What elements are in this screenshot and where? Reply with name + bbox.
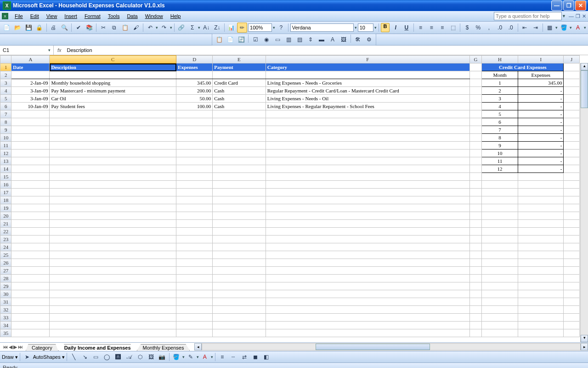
cell-description[interactable]: Pay Mastercard - minimum payment	[50, 87, 176, 95]
fill-color-icon[interactable]: 🪣	[559, 23, 569, 33]
cell-category[interactable]	[266, 126, 469, 134]
cc-month[interactable]: 8	[482, 134, 518, 142]
font-color-draw-drop-icon[interactable]: ▾	[211, 355, 213, 359]
cc-value[interactable]: -	[518, 110, 564, 118]
col-header-g[interactable]: G	[469, 56, 481, 63]
cell-description[interactable]	[50, 220, 176, 228]
cc-month[interactable]: 2	[482, 87, 518, 95]
undo-icon[interactable]: ↶	[145, 23, 155, 33]
header-payment[interactable]: Payment	[213, 63, 266, 71]
cell[interactable]	[469, 228, 481, 236]
cell[interactable]	[564, 79, 580, 87]
arrow-icon[interactable]: ↘	[80, 352, 90, 362]
cell-expenses[interactable]	[176, 165, 213, 173]
name-box-dropdown-icon[interactable]: ▾	[48, 48, 51, 52]
font-color-draw-icon[interactable]: A	[200, 352, 210, 362]
3d-icon[interactable]: ◧	[261, 352, 271, 362]
cell-date[interactable]	[11, 228, 50, 236]
drawing-toggle-icon[interactable]: ✏	[237, 23, 247, 33]
cell-description[interactable]	[50, 142, 176, 150]
header-cc-month[interactable]: Month	[482, 71, 518, 79]
cell-date[interactable]	[11, 110, 50, 118]
cell-expenses[interactable]	[176, 314, 213, 322]
cell-category[interactable]	[266, 142, 469, 150]
cell-date[interactable]	[11, 282, 50, 290]
cell-date[interactable]	[11, 251, 50, 259]
cell[interactable]	[482, 228, 518, 236]
cell[interactable]	[518, 282, 564, 290]
cell[interactable]	[518, 204, 564, 212]
cell[interactable]	[518, 306, 564, 314]
insert-picture-icon[interactable]: 📷	[157, 352, 167, 362]
cc-value[interactable]: -	[518, 134, 564, 142]
fill-dropdown-icon[interactable]: ▾	[570, 25, 572, 30]
cell-description[interactable]	[50, 150, 176, 157]
fx-icon[interactable]: fx	[54, 47, 65, 53]
cell-payment[interactable]	[213, 314, 266, 322]
checkbox-icon[interactable]: ☑	[250, 34, 260, 45]
cell-description[interactable]	[50, 267, 176, 275]
cell-payment[interactable]: Cash	[213, 95, 266, 103]
cell-payment[interactable]	[213, 196, 266, 204]
cc-month[interactable]: 10	[482, 150, 518, 157]
cell-description[interactable]: Pay Student fees	[50, 103, 176, 110]
row-header[interactable]: 2	[0, 71, 11, 79]
cell[interactable]	[469, 95, 481, 103]
cell-date[interactable]	[11, 196, 50, 204]
currency-icon[interactable]: $	[462, 23, 472, 33]
cell-expenses[interactable]	[176, 212, 213, 220]
cell-payment[interactable]	[213, 259, 266, 267]
scrollbar-icon[interactable]: ▬	[317, 34, 327, 45]
cell-expenses[interactable]	[176, 259, 213, 267]
cell[interactable]	[482, 267, 518, 275]
cell-description[interactable]	[50, 322, 176, 329]
cell-category[interactable]	[266, 243, 469, 251]
cell[interactable]	[564, 322, 580, 329]
cc-value[interactable]: -	[518, 118, 564, 126]
cell-description[interactable]	[50, 204, 176, 212]
cc-value[interactable]: -	[518, 126, 564, 134]
cell-date[interactable]	[11, 165, 50, 173]
row-header[interactable]: 7	[0, 110, 11, 118]
cell[interactable]	[469, 212, 481, 220]
cell[interactable]	[482, 236, 518, 243]
cell-description[interactable]	[50, 275, 176, 282]
cell[interactable]	[469, 157, 481, 165]
hyperlink-icon[interactable]: 🔗	[176, 23, 187, 33]
cell-expenses[interactable]	[176, 243, 213, 251]
row-header[interactable]: 22	[0, 228, 11, 236]
cell[interactable]	[518, 173, 564, 181]
autoshapes-menu[interactable]: AutoShapes ▾	[33, 354, 65, 360]
cell[interactable]	[469, 79, 481, 87]
cell-category[interactable]	[266, 220, 469, 228]
cell-date[interactable]: 10-Jan-09	[11, 103, 50, 110]
cell-description[interactable]	[50, 118, 176, 126]
cell[interactable]	[482, 282, 518, 290]
cell[interactable]	[564, 306, 580, 314]
cell-payment[interactable]	[213, 150, 266, 157]
cell[interactable]	[469, 290, 481, 298]
cell-description[interactable]	[50, 306, 176, 314]
cell-expenses[interactable]	[176, 306, 213, 314]
row-header[interactable]: 11	[0, 142, 11, 150]
cell[interactable]	[469, 150, 481, 157]
header-date[interactable]: Date	[11, 63, 50, 71]
cc-month[interactable]: 1	[482, 79, 518, 87]
redo-dropdown-icon[interactable]: ▾	[170, 25, 172, 30]
cell[interactable]	[564, 71, 580, 79]
col-header-f[interactable]: F	[266, 56, 469, 63]
cell[interactable]	[482, 329, 518, 337]
cell-date[interactable]: 3-Jan-09	[11, 87, 50, 95]
cell[interactable]	[469, 306, 481, 314]
cell-category[interactable]	[266, 165, 469, 173]
row-header[interactable]: 35	[0, 329, 11, 337]
row-header[interactable]: 10	[0, 134, 11, 142]
cell-expenses[interactable]	[176, 196, 213, 204]
cell-category[interactable]	[266, 306, 469, 314]
diagram-icon[interactable]: ⬡	[135, 352, 145, 362]
header-cc-title[interactable]: Credit Card Expenses	[482, 63, 564, 71]
cell[interactable]	[469, 165, 481, 173]
col-header-h[interactable]: H	[482, 56, 518, 63]
cell[interactable]	[564, 259, 580, 267]
zoom-input[interactable]	[248, 23, 272, 32]
